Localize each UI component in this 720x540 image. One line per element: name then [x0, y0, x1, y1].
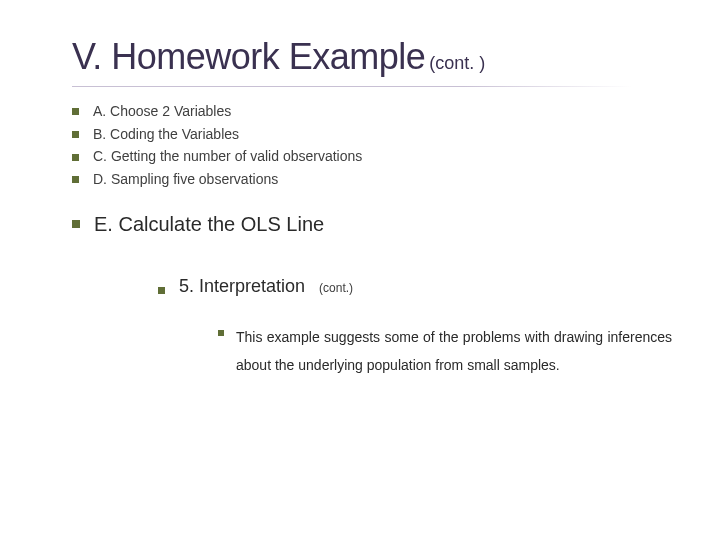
square-bullet-icon [72, 131, 79, 138]
square-bullet-icon [72, 176, 79, 183]
sub-item: 5. Interpretation (cont.) [158, 276, 672, 297]
list-item: D. Sampling five observations [72, 169, 672, 191]
square-bullet-icon [72, 220, 80, 228]
square-bullet-icon [72, 108, 79, 115]
list-item-label: A. Choose 2 Variables [93, 101, 231, 123]
list-item: C. Getting the number of valid observati… [72, 146, 672, 168]
square-bullet-icon [218, 330, 224, 336]
list-item: B. Coding the Variables [72, 124, 672, 146]
title-main: V. Homework Example [72, 36, 425, 78]
list-item-label: C. Getting the number of valid observati… [93, 146, 362, 168]
square-bullet-icon [72, 154, 79, 161]
title-underline [72, 86, 632, 87]
title-cont: (cont. ) [429, 53, 485, 74]
outline-list: A. Choose 2 Variables B. Coding the Vari… [72, 101, 672, 240]
list-item-label: B. Coding the Variables [93, 124, 239, 146]
body-text: This example suggests some of the proble… [236, 323, 672, 379]
list-item-label: D. Sampling five observations [93, 169, 278, 191]
sub-sub-item: This example suggests some of the proble… [218, 323, 672, 379]
list-item-emphasis: E. Calculate the OLS Line [72, 209, 672, 240]
sub-item-cont: (cont.) [319, 281, 353, 295]
square-bullet-icon [158, 287, 165, 294]
slide: V. Homework Example (cont. ) A. Choose 2… [0, 0, 720, 540]
sub-item-label: 5. Interpretation [179, 276, 305, 297]
slide-title: V. Homework Example (cont. ) [72, 36, 672, 78]
list-item: A. Choose 2 Variables [72, 101, 672, 123]
list-item-emphasis-label: E. Calculate the OLS Line [94, 209, 324, 240]
